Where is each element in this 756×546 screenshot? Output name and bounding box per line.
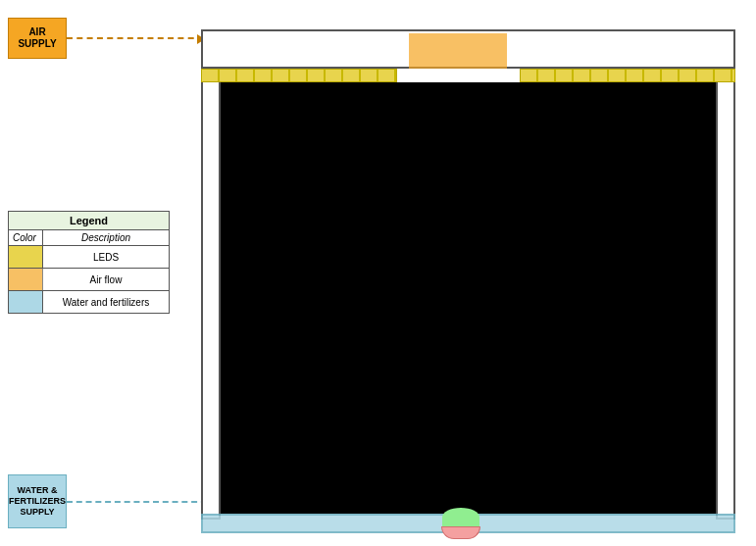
- air-supply-label: AIRSUPPLY: [18, 26, 56, 50]
- water-supply-box: WATER &FERTILIZERSSUPPLY: [8, 474, 67, 528]
- legend-color-airflow: [9, 269, 43, 290]
- top-bar: [201, 29, 735, 69]
- legend-box: Legend Color Description LEDS Air flow W…: [8, 211, 170, 314]
- right-column: [716, 29, 735, 520]
- air-supply-box: AIRSUPPLY: [8, 18, 67, 59]
- legend-desc-header: Description: [43, 230, 169, 245]
- plant-pot: [441, 526, 480, 539]
- led-strip-left: [201, 69, 397, 82]
- legend-row-leds: LEDS: [9, 246, 169, 269]
- plant-leaves: [442, 508, 479, 526]
- legend-desc-airflow: Air flow: [43, 269, 169, 290]
- legend-row-airflow: Air flow: [9, 269, 169, 291]
- legend-desc-water: Water and fertilizers: [43, 291, 169, 313]
- legend-row-water: Water and fertilizers: [9, 291, 169, 313]
- diagram: AIRSUPPLY WATER &FERTILIZERSSUPPLY: [0, 0, 756, 546]
- grow-chamber-interior: [221, 82, 716, 514]
- legend-color-header: Color: [9, 230, 43, 245]
- water-supply-label: WATER &FERTILIZERSSUPPLY: [9, 485, 66, 517]
- legend-title: Legend: [9, 212, 169, 230]
- legend-header-row: Color Description: [9, 230, 169, 246]
- air-supply-arrow: [67, 37, 204, 39]
- left-column: [201, 29, 221, 520]
- legend-color-leds: [9, 246, 43, 268]
- legend-color-water: [9, 291, 43, 313]
- main-structure: [201, 29, 735, 520]
- plant: [436, 508, 485, 539]
- legend-desc-leds: LEDS: [43, 246, 169, 268]
- led-strip-right: [520, 69, 735, 82]
- airflow-section: [409, 33, 507, 69]
